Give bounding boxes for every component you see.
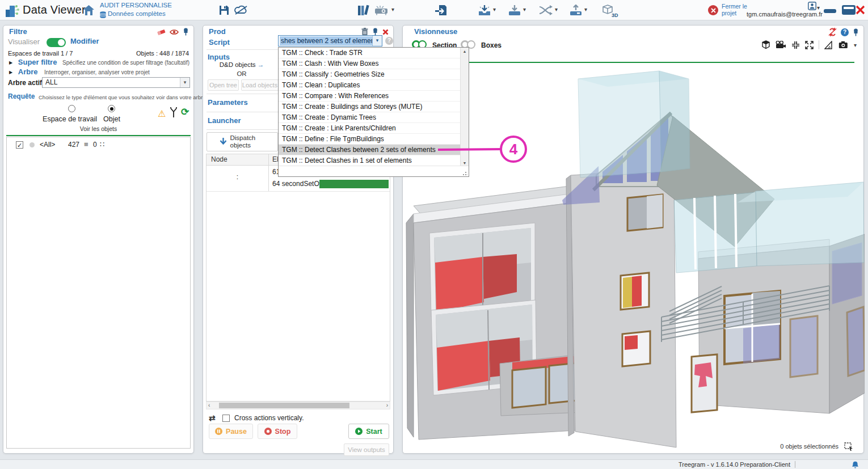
import-objects-caret-icon[interactable]: ▾ (493, 6, 496, 12)
shuffle-icon[interactable] (539, 5, 553, 15)
selection-mode-icon[interactable] (844, 442, 853, 451)
window-close-button[interactable] (856, 5, 865, 15)
download-caret-icon[interactable]: ▾ (523, 6, 526, 12)
dropdown-scrollbar[interactable]: ▲ ▼ (460, 48, 469, 167)
zoom-fit-icon[interactable] (791, 41, 800, 49)
upload-icon[interactable] (570, 5, 582, 16)
pin-icon[interactable] (853, 28, 859, 36)
tree-branch-icon[interactable] (170, 107, 178, 117)
user-email[interactable]: tgm.cmaufrais@treegram.fr (747, 11, 823, 18)
script-combobox[interactable]: shes between 2 sets of elements ▾ (278, 35, 382, 47)
dropdown-item[interactable]: TGM :: Clash : With View Boxes (279, 58, 460, 69)
projector-icon[interactable] (374, 6, 388, 15)
stop-button[interactable]: Stop (258, 424, 297, 439)
sync-disabled-icon[interactable] (828, 28, 837, 36)
active-tree-select[interactable]: ALL ▾ (42, 77, 190, 88)
select-caret-icon[interactable]: ▾ (180, 78, 189, 87)
radio-object-label[interactable]: Objet (94, 115, 129, 123)
launcher-label[interactable]: Launcher (208, 116, 241, 125)
project-data-label[interactable]: Données complètes (108, 10, 166, 17)
home-icon[interactable] (83, 5, 95, 16)
library-icon[interactable] (357, 5, 370, 16)
3d-viewport[interactable] (403, 63, 865, 450)
upload-caret-icon[interactable]: ▾ (584, 6, 587, 12)
resize-grip-icon[interactable] (462, 170, 467, 175)
super-filter-section[interactable]: ▶ Super filtre Spécifiez une condition d… (9, 58, 189, 66)
scroll-up-icon[interactable]: ▲ (461, 49, 469, 53)
radio-object[interactable] (108, 105, 115, 112)
tree-section-label[interactable]: Arbre (18, 67, 38, 76)
trash-icon[interactable] (361, 28, 368, 36)
parameters-label[interactable]: Parameters (208, 98, 248, 107)
script-combobox-value[interactable]: shes between 2 sets of elements (280, 36, 381, 45)
dropdown-item[interactable]: TGM :: Clean : Duplicates (279, 80, 460, 91)
refresh-icon[interactable]: ⟳ (181, 106, 189, 118)
video-camera-icon[interactable] (776, 41, 786, 49)
database-icon (100, 11, 106, 18)
load-objects-button[interactable]: Load objects (241, 79, 279, 91)
import-file-icon[interactable] (435, 5, 447, 16)
save-icon[interactable] (218, 5, 230, 16)
close-panel-icon[interactable] (382, 29, 389, 35)
expander-icon[interactable]: ▶ (9, 60, 12, 65)
3d-view-icon[interactable]: 3D (602, 4, 618, 18)
super-filter-label[interactable]: Super filtre (18, 58, 57, 66)
notifications-bell-icon[interactable] (852, 461, 859, 468)
dropdown-item[interactable]: TGM :: Define : File TgmBuildings (279, 134, 460, 145)
radio-workspace[interactable] (68, 105, 75, 112)
pin-icon[interactable] (183, 28, 189, 36)
dropdown-item[interactable]: TGM :: Detect Clashes in 1 set of elemen… (279, 155, 460, 166)
edit-mode-toggle[interactable] (47, 38, 66, 47)
expander-icon[interactable]: ▶ (9, 70, 12, 75)
help-icon[interactable]: ? (841, 28, 849, 36)
tree-section-hint: Interroger, organiser, analyser votre pr… (44, 69, 150, 75)
projector-caret-icon[interactable]: ▾ (391, 6, 394, 12)
cross-actions-checkbox[interactable] (222, 415, 230, 422)
dispatch-objects-button[interactable]: Dispatch objects (207, 132, 278, 151)
stop-label: Stop (275, 428, 291, 436)
download-icon[interactable] (508, 5, 521, 16)
dropdown-item[interactable]: TGM :: Compare : With References (279, 91, 460, 102)
eraser-icon[interactable] (157, 28, 166, 36)
dropdown-item[interactable]: TGM :: Check : Trade STR (279, 48, 460, 58)
camera-caret-icon[interactable]: ▾ (854, 42, 857, 48)
user-caret-icon[interactable]: ▾ (817, 5, 820, 11)
dropdown-item[interactable]: TGM :: Classify : Geometries Size (279, 69, 460, 80)
window-minimize-button[interactable] (824, 9, 836, 13)
start-button[interactable]: Start (348, 424, 389, 439)
pause-button[interactable]: Pause (209, 424, 253, 439)
tree-section[interactable]: ▶ Arbre Interroger, organiser, analyser … (9, 67, 150, 76)
tree-row[interactable]: ✓ <All> 427 ≡ 0 ∷ (7, 140, 190, 151)
scrollbar-thumb[interactable] (219, 403, 349, 408)
pin-icon[interactable] (372, 28, 378, 36)
tree-row-checkbox[interactable]: ✓ (16, 141, 23, 149)
view-outputs-button[interactable]: View outputs (344, 443, 389, 456)
scroll-left-icon[interactable]: ‹ (208, 402, 210, 408)
shuffle-caret-icon[interactable]: ▾ (555, 6, 558, 12)
tree-row-label[interactable]: <All> (40, 141, 55, 149)
expand-icon[interactable] (805, 41, 814, 49)
close-project-icon[interactable] (708, 5, 718, 15)
dropdown-item[interactable]: TGM :: Create : Dynamic Trees (279, 112, 460, 123)
dropdown-item-selected[interactable]: TGM :: Detect Clashes between 2 sets of … (279, 145, 460, 155)
camera-icon[interactable] (838, 41, 849, 49)
scroll-down-icon[interactable]: ▼ (461, 161, 469, 165)
cloud-offline-icon[interactable] (234, 5, 248, 15)
combobox-caret-icon[interactable]: ▾ (372, 36, 382, 46)
window-maximize-button[interactable] (842, 5, 856, 15)
measure-icon[interactable] (824, 41, 833, 49)
script-help-icon[interactable]: ? (385, 37, 393, 45)
open-tree-button[interactable]: Open tree (208, 79, 239, 91)
horizontal-scrollbar[interactable]: ‹ › (206, 402, 390, 409)
import-objects-icon[interactable] (478, 5, 491, 16)
dropdown-item[interactable]: TGM :: Create : Link Parents/Children (279, 123, 460, 134)
dropdown-item[interactable]: TGM :: Create : Buildings and Storeys (M… (279, 102, 460, 112)
close-project-button[interactable]: Fermer le projet (722, 3, 747, 16)
stop-icon (264, 428, 272, 435)
eye-icon[interactable] (170, 29, 179, 35)
user-icon[interactable] (808, 2, 816, 10)
dropdown-resize-footer[interactable] (279, 166, 469, 176)
scroll-right-icon[interactable]: › (386, 402, 388, 408)
cube-icon[interactable] (761, 40, 770, 49)
progress-bar (319, 180, 389, 188)
